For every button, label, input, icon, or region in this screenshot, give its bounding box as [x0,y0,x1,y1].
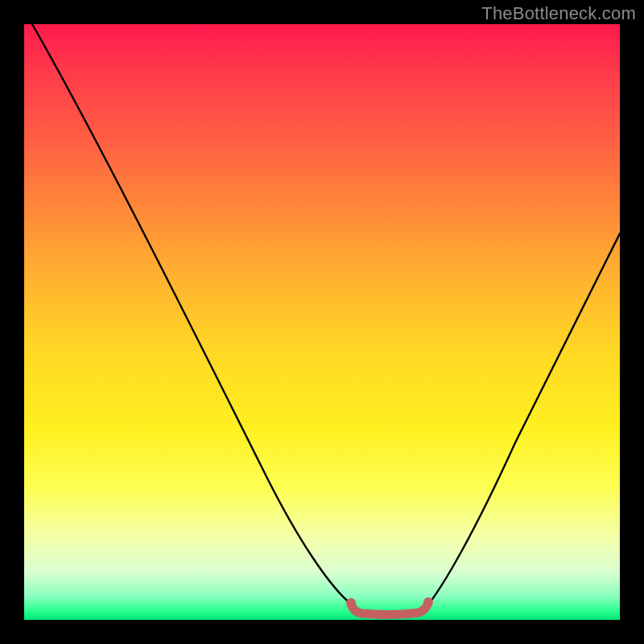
valley-accent [351,603,428,614]
watermark-text: TheBottleneck.com [481,3,636,24]
valley-start-dot [346,598,356,608]
bottleneck-curve [24,24,620,620]
curve-path [32,24,620,613]
valley-end-dot [423,597,433,607]
chart-frame: TheBottleneck.com [0,0,644,644]
plot-area [24,24,620,620]
